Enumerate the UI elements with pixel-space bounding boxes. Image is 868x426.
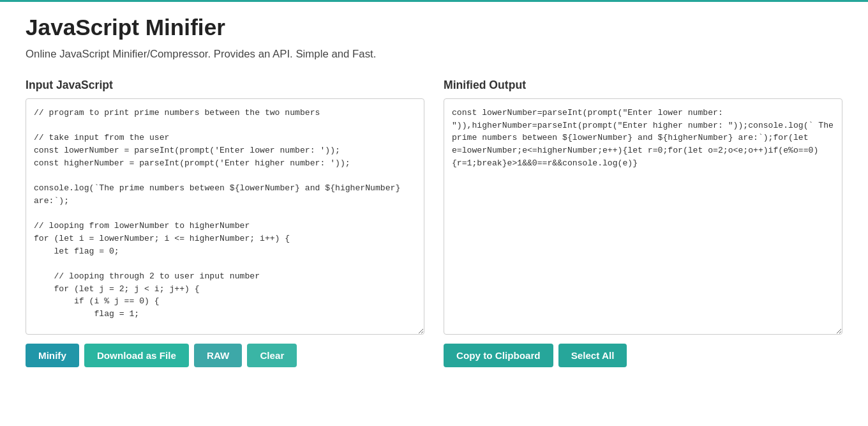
- page-title: JavaScript Minifier: [26, 15, 842, 40]
- page-subtitle: Online JavaScript Minifier/Compressor. P…: [26, 48, 842, 61]
- download-button[interactable]: Download as File: [84, 344, 189, 367]
- output-panel: Minified Output Copy to Clipboard Select…: [444, 79, 842, 367]
- input-panel: Input JavaScript Minify Download as File…: [26, 79, 424, 367]
- output-button-row: Copy to Clipboard Select All: [444, 344, 842, 367]
- copy-button[interactable]: Copy to Clipboard: [444, 344, 553, 367]
- input-panel-label: Input JavaScript: [26, 79, 424, 92]
- input-button-row: Minify Download as File RAW Clear: [26, 344, 424, 367]
- input-textarea[interactable]: [26, 98, 424, 335]
- raw-button[interactable]: RAW: [194, 344, 242, 367]
- output-textarea[interactable]: [444, 98, 842, 335]
- output-panel-label: Minified Output: [444, 79, 842, 92]
- main-panels: Input JavaScript Minify Download as File…: [26, 79, 842, 367]
- minify-button[interactable]: Minify: [26, 344, 79, 367]
- select-all-button[interactable]: Select All: [558, 344, 627, 367]
- clear-button[interactable]: Clear: [247, 344, 297, 367]
